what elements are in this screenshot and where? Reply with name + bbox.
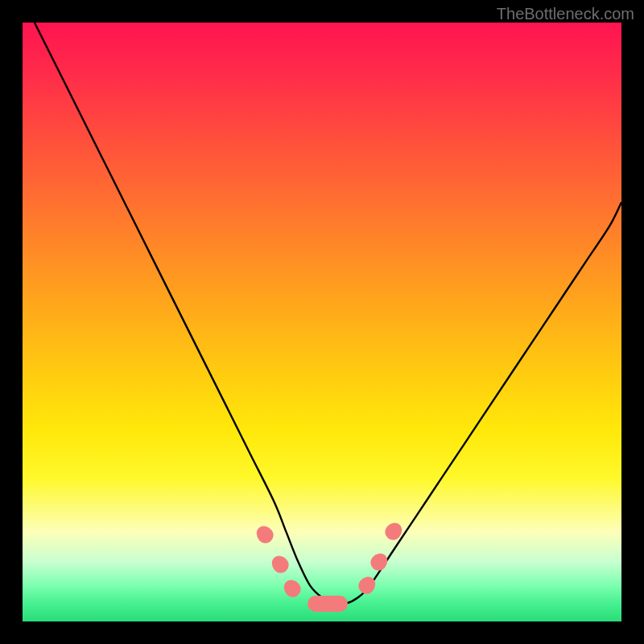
watermark-text: TheBottleneck.com — [497, 5, 634, 23]
chart-plot-area — [23, 23, 621, 621]
data-marker — [268, 552, 291, 576]
data-marker — [367, 550, 390, 574]
data-marker — [254, 522, 277, 547]
data-marker — [308, 596, 348, 612]
data-marker — [280, 576, 303, 601]
data-marker — [382, 520, 406, 544]
data-marker — [355, 574, 378, 598]
markers-layer — [23, 23, 621, 621]
